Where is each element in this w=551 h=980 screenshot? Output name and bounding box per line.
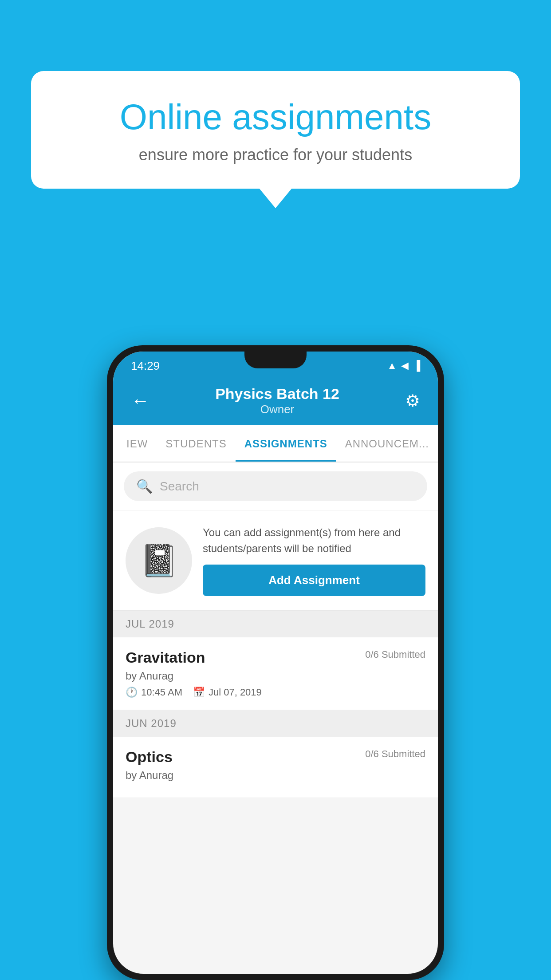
promo-description: You can add assignment(s) from here and … [203,525,425,557]
gear-icon[interactable]: ⚙ [401,387,425,415]
promo-area: Online assignments ensure more practice … [31,71,520,189]
promo-subtitle: ensure more practice for your students [67,146,484,164]
phone-mockup: 14:29 ▲ ◀ ▐ ← Physics Batch 12 Owner ⚙ I… [107,345,444,980]
assignment-time-value: 10:45 AM [141,687,182,698]
tab-announcements[interactable]: ANNOUNCEM... [336,425,438,462]
header-subtitle: Owner [154,403,401,416]
status-time: 14:29 [131,359,160,373]
calendar-icon: 📅 [193,687,205,698]
search-placeholder: Search [160,479,199,494]
month-label-jun: JUN 2019 [126,717,177,729]
assignment-time: 🕐 10:45 AM [126,687,182,698]
assignment-submitted: 0/6 Submitted [365,649,425,660]
search-container: 🔍 Search [113,462,438,510]
assignment-title-optics: Optics [126,748,173,766]
assignment-item-gravitation[interactable]: Gravitation 0/6 Submitted by Anurag 🕐 10… [113,637,438,710]
search-input-wrap[interactable]: 🔍 Search [124,471,427,501]
assignment-submitted-optics: 0/6 Submitted [365,748,425,760]
tab-assignments[interactable]: ASSIGNMENTS [236,425,336,462]
tabs-bar: IEW STUDENTS ASSIGNMENTS ANNOUNCEM... [113,425,438,462]
month-label-jul: JUL 2019 [126,618,174,630]
month-section-jun: JUN 2019 [113,710,438,737]
assignment-meta: 🕐 10:45 AM 📅 Jul 07, 2019 [126,687,425,698]
add-assignment-button[interactable]: Add Assignment [203,565,425,596]
signal-icon: ◀ [401,360,409,371]
add-assignment-promo: 📓 You can add assignment(s) from here an… [113,510,438,611]
assignment-item-optics[interactable]: Optics 0/6 Submitted by Anurag [113,737,438,798]
notebook-icon: 📓 [140,542,178,579]
assignment-header-optics: Optics 0/6 Submitted [126,748,425,766]
header-center: Physics Batch 12 Owner [154,385,401,416]
month-section-jul: JUL 2019 [113,611,438,637]
assignment-title: Gravitation [126,649,205,666]
promo-icon-circle: 📓 [126,527,192,594]
app-header: ← Physics Batch 12 Owner ⚙ [113,376,438,425]
assignment-date: 📅 Jul 07, 2019 [193,687,262,698]
tab-students[interactable]: STUDENTS [157,425,235,462]
clock-icon: 🕐 [126,687,138,698]
tab-iew[interactable]: IEW [118,425,157,462]
assignment-author-optics: by Anurag [126,769,425,782]
assignment-header: Gravitation 0/6 Submitted [126,649,425,666]
phone-outer: 14:29 ▲ ◀ ▐ ← Physics Batch 12 Owner ⚙ I… [107,345,444,980]
search-icon: 🔍 [136,478,153,494]
promo-title: Online assignments [67,98,484,137]
phone-screen: 14:29 ▲ ◀ ▐ ← Physics Batch 12 Owner ⚙ I… [113,352,438,974]
phone-notch [244,352,307,368]
assignment-author: by Anurag [126,670,425,682]
promo-content: You can add assignment(s) from here and … [203,525,425,596]
assignment-date-value: Jul 07, 2019 [209,687,262,698]
battery-icon: ▐ [413,360,420,371]
speech-bubble: Online assignments ensure more practice … [31,71,520,189]
wifi-icon: ▲ [387,360,397,371]
status-icons: ▲ ◀ ▐ [387,360,420,371]
back-button[interactable]: ← [126,386,154,416]
header-title: Physics Batch 12 [154,385,401,403]
